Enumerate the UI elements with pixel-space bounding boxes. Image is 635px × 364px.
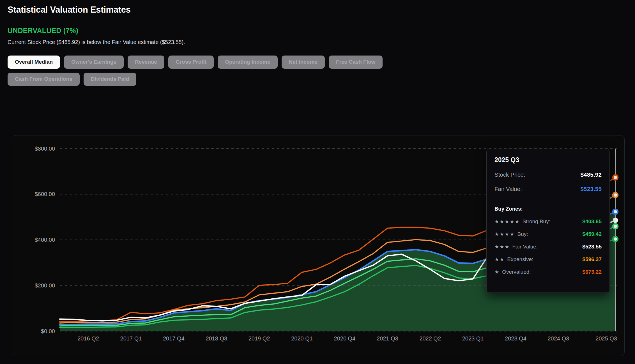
endpoint-marker-fair-value — [613, 209, 618, 214]
tab-revenue[interactable]: Revenue — [128, 56, 164, 69]
buy-zone-value: $523.55 — [582, 244, 602, 250]
buy-zone-value: $596.37 — [582, 256, 602, 262]
x-axis-tick-label: 2022 Q2 — [419, 335, 441, 342]
buy-zone-row-fair-value-: ★★★Fair Value:$523.55 — [494, 244, 602, 250]
tab-operating-income[interactable]: Operating Income — [218, 56, 278, 69]
buy-zone-value: $403.65 — [582, 218, 602, 225]
x-axis-tick-label: 2021 Q3 — [377, 335, 398, 342]
tab-net-income[interactable]: Net Income — [282, 56, 325, 69]
tooltip-row-fair-value-: Fair Value:$523.55 — [494, 186, 602, 192]
star-rating-icon: ★★★ — [494, 244, 510, 250]
y-axis-tick-label: $600.00 — [35, 191, 55, 197]
x-axis-tick-label: 2016 Q2 — [77, 335, 99, 342]
x-axis-tick-label: 2023 Q1 — [462, 335, 484, 342]
tooltip-value: $485.92 — [580, 171, 602, 178]
endpoint-marker-stock-price — [613, 218, 618, 223]
y-axis-tick-label: $0.00 — [41, 328, 55, 334]
tooltip-value: $523.55 — [580, 186, 602, 192]
endpoint-marker-expensive — [613, 193, 618, 197]
x-axis-tick-label: 2020 Q4 — [334, 335, 356, 342]
tooltip-period: 2025 Q3 — [494, 156, 602, 164]
valuation-status: UNDERVALUED (7%) — [8, 27, 635, 35]
star-rating-icon: ★★ — [494, 256, 505, 262]
tooltip-label: Fair Value: — [494, 186, 522, 192]
tab-cash-from-operations[interactable]: Cash From Operations — [8, 73, 80, 86]
buy-zone-row-overvalued-: ★Overvalued:$673.22 — [494, 269, 602, 275]
buy-zone-row-strong-buy-: ★★★★★Strong Buy:$403.65 — [494, 218, 602, 225]
x-axis-tick-label: 2018 Q3 — [206, 335, 227, 342]
star-rating-icon: ★★★★ — [494, 231, 515, 237]
tab-overall-median[interactable]: Overall Median — [8, 56, 60, 69]
y-axis-tick-label: $400.00 — [35, 237, 55, 243]
valuation-chart-card: $0.00$200.00$400.00$600.00$800.002016 Q2… — [12, 135, 625, 356]
x-axis-tick-label: 2025 Q3 — [595, 335, 617, 342]
page-title: Statistical Valuation Estimates — [8, 4, 635, 15]
tab-dividends-paid[interactable]: Dividends Paid — [84, 73, 136, 86]
chart-tooltip: 2025 Q3 Stock Price:$485.92Fair Value:$5… — [486, 149, 610, 293]
x-axis-tick-label: 2017 Q1 — [120, 335, 142, 342]
buy-zone-row-buy-: ★★★★Buy:$459.42 — [494, 231, 602, 237]
buy-zone-label: Strong Buy: — [523, 218, 550, 225]
buy-zone-value: $459.42 — [582, 231, 602, 237]
endpoint-marker-overvalued — [613, 175, 618, 180]
tooltip-label: Stock Price: — [494, 171, 525, 178]
tab-owner-s-earnings[interactable]: Owner's Earnings — [64, 56, 124, 69]
buy-zone-row-expensive-: ★★Expensive:$596.37 — [494, 256, 602, 262]
endpoint-marker-buy — [613, 224, 618, 229]
x-axis-tick-label: 2024 Q3 — [547, 335, 569, 342]
star-rating-icon: ★★★★★ — [494, 218, 520, 225]
metric-tabs: Overall MedianOwner's EarningsRevenueGro… — [8, 56, 383, 86]
x-axis-tick-label: 2019 Q2 — [249, 335, 270, 342]
buy-zone-label: Fair Value: — [512, 244, 537, 250]
x-axis-tick-label: 2017 Q4 — [163, 335, 185, 342]
valuation-subtitle: Current Stock Price ($485.92) is below t… — [8, 39, 635, 45]
page: Statistical Valuation Estimates UNDERVAL… — [0, 0, 635, 356]
buy-zone-label: Buy: — [517, 231, 528, 237]
y-axis-tick-label: $200.00 — [35, 282, 55, 289]
x-axis-tick-label: 2023 Q4 — [505, 335, 526, 342]
buy-zone-label: Overvalued: — [502, 269, 531, 275]
tooltip-divider — [494, 200, 602, 200]
y-axis-tick-label: $800.00 — [35, 146, 55, 152]
buy-zone-value: $673.22 — [582, 269, 602, 275]
x-axis-tick-label: 2020 Q1 — [291, 335, 313, 342]
star-rating-icon: ★ — [494, 269, 500, 275]
tooltip-row-stock-price-: Stock Price:$485.92 — [494, 171, 602, 178]
tab-free-cash-flow[interactable]: Free Cash Flow — [329, 56, 383, 69]
tooltip-buy-zones-heading: Buy Zones: — [494, 206, 602, 212]
tab-gross-profit[interactable]: Gross Profit — [168, 56, 214, 69]
endpoint-marker-strong-buy — [613, 237, 618, 241]
buy-zone-label: Expensive: — [507, 256, 533, 262]
